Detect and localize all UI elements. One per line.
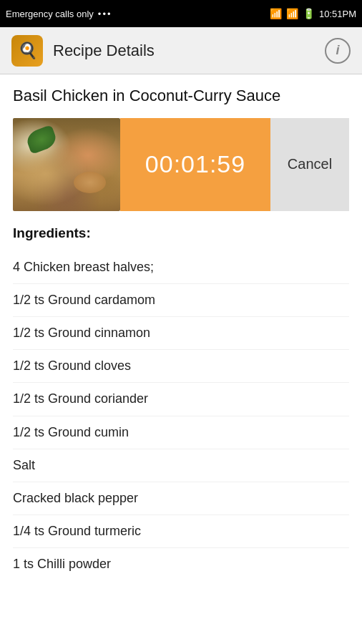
app-title: Recipe Details: [53, 42, 155, 60]
recipe-header-row: 00:01:59 Cancel: [13, 118, 349, 211]
status-bar: Emergency calls only ••• 📶 📶 🔋 10:51PM: [0, 0, 362, 27]
emergency-calls-text: Emergency calls only: [6, 9, 94, 19]
wifi-icon: 📶: [286, 8, 298, 19]
ingredients-header: Ingredients:: [13, 225, 349, 241]
ingredient-item: 1/2 ts Ground cloves: [13, 350, 349, 383]
app-icon: 🍳: [11, 35, 43, 67]
signal-icon: 📶: [270, 8, 282, 19]
cancel-button[interactable]: Cancel: [270, 118, 349, 211]
info-button[interactable]: i: [325, 38, 351, 64]
bluetooth-icon: [263, 8, 265, 19]
app-bar-left: 🍳 Recipe Details: [11, 35, 155, 67]
ingredient-item: Salt: [13, 449, 349, 482]
status-bar-left: Emergency calls only •••: [6, 9, 112, 19]
ingredients-list: 4 Chicken breast halves;1/2 ts Ground ca…: [13, 251, 349, 581]
main-content: Basil Chicken in Coconut-Curry Sauce 00:…: [0, 74, 362, 644]
ingredient-item: 4 Chicken breast halves;: [13, 251, 349, 284]
cancel-label: Cancel: [288, 156, 332, 172]
chef-hat-icon: 🍳: [18, 42, 37, 60]
status-dots: •••: [98, 9, 112, 19]
info-icon: i: [336, 43, 339, 58]
time-display: 10:51PM: [319, 9, 356, 19]
ingredient-item: 1/2 ts Ground coriander: [13, 383, 349, 416]
battery-icon: 🔋: [303, 8, 315, 19]
ingredient-item: 1 ts Chilli powder: [13, 548, 349, 580]
ingredient-item: Cracked black pepper: [13, 482, 349, 515]
timer-display: 00:01:59: [120, 118, 270, 211]
ingredient-item: 1/2 ts Ground cardamom: [13, 284, 349, 317]
recipe-title: Basil Chicken in Coconut-Curry Sauce: [13, 86, 349, 107]
app-bar: 🍳 Recipe Details i: [0, 27, 362, 74]
recipe-image: [13, 118, 120, 211]
ingredient-item: 1/2 ts Ground cinnamon: [13, 317, 349, 350]
timer-text: 00:01:59: [145, 150, 245, 178]
ingredients-section: Ingredients: 4 Chicken breast halves;1/2…: [13, 225, 349, 581]
ingredient-item: 1/4 ts Ground turmeric: [13, 515, 349, 548]
recipe-image-visual: [13, 118, 120, 211]
status-bar-right: 📶 📶 🔋 10:51PM: [263, 8, 356, 19]
ingredient-item: 1/2 ts Ground cumin: [13, 416, 349, 449]
